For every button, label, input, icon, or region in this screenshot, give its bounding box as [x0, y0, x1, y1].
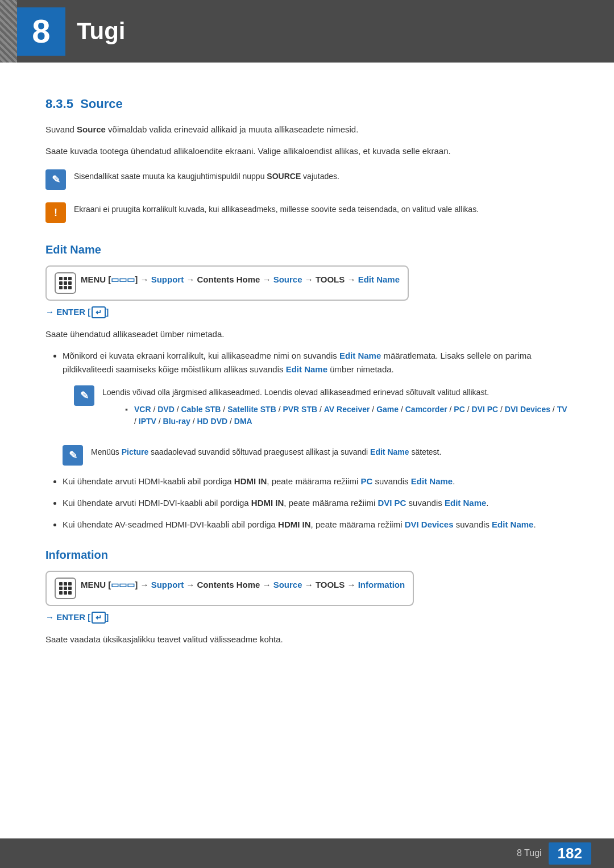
- note-icon-blue-1: ✎: [45, 169, 66, 190]
- menu-path-edit-name-text: MENU [▭▭▭] → Support → Contents Home → S…: [81, 272, 400, 287]
- subheading-information: Information: [45, 549, 569, 562]
- edit-name-bullet-list-2: Kui ühendate arvuti HDMI-kaabli abil por…: [63, 475, 569, 531]
- note-icon-blue-3: ✎: [63, 445, 83, 466]
- nested-note-1: ✎ Loendis võivad olla järgmised allikase…: [74, 382, 569, 434]
- chapter-number: 8: [32, 15, 50, 48]
- device-list-item: VCR / DVD / Cable STB / Satellite STB / …: [125, 404, 569, 428]
- menu-path-info-text: MENU [▭▭▭] → Support → Contents Home → S…: [81, 578, 405, 592]
- menu-grid-icon-2: [59, 582, 72, 595]
- subheading-edit-name: Edit Name: [45, 243, 569, 256]
- enter-key-2: ↵: [92, 612, 106, 624]
- footer-chapter-label: 8 Tugi: [517, 848, 542, 858]
- bullet-item-hdmi-dvi-pc: Kui ühendate arvuti HDMI-DVI-kaabli abil…: [63, 496, 569, 510]
- footer: 8 Tugi 182: [0, 838, 614, 868]
- menu-path-info-box: MENU [▭▭▭] → Support → Contents Home → S…: [45, 571, 414, 606]
- edit-name-desc: Saate ühendatud allikaseadet ümber nimet…: [45, 327, 569, 341]
- nested-note-box-1: ✎ Loendis võivad olla järgmised allikase…: [74, 382, 569, 434]
- note-icon-blue-2: ✎: [74, 385, 94, 406]
- menu-path-info-wrapper: MENU [▭▭▭] → Support → Contents Home → S…: [45, 571, 569, 609]
- source-bold-1: Source: [77, 124, 106, 134]
- menu-icon-info: [55, 578, 76, 599]
- menu-grid-icon: [59, 277, 72, 289]
- note-icon-orange-1: !: [45, 202, 66, 223]
- intro-para-2: Saate kuvada tootega ühendatud allikaloe…: [45, 144, 569, 158]
- nested-note-text-1: Loendis võivad olla järgmised allikasead…: [102, 385, 569, 430]
- bullet-item-hdmi-pc: Kui ühendate arvuti HDMI-kaabli abil por…: [63, 475, 569, 488]
- picture-note-text: Menüüs Picture saadaolevad suvandid sõlt…: [91, 445, 441, 459]
- section-heading: 8.3.5 Source: [45, 97, 569, 111]
- chapter-title: Tugi: [77, 18, 126, 45]
- header-stripe: 8 Tugi: [0, 0, 614, 63]
- note-text-2: Ekraani ei pruugita korralikult kuvada, …: [74, 202, 479, 216]
- note-box-2: ! Ekraani ei pruugita korralikult kuvada…: [45, 199, 569, 226]
- enter-line-info: → ENTER [↵]: [45, 612, 569, 624]
- note-box-1: ✎ Sisendallikat saate muuta ka kaugjuhti…: [45, 166, 569, 193]
- menu-path-edit-name-box: MENU [▭▭▭] → Support → Contents Home → S…: [45, 265, 409, 301]
- enter-line-edit-name: → ENTER [↵]: [45, 306, 569, 318]
- picture-note-box: ✎ Menüüs Picture saadaolevad suvandid sõ…: [63, 442, 569, 469]
- menu-path-edit-name-wrapper: MENU [▭▭▭] → Support → Contents Home → S…: [45, 265, 569, 304]
- edit-name-bullet-list: Mõnikord ei kuvata ekraani korralikult, …: [63, 349, 569, 434]
- device-list: VCR / DVD / Cable STB / Satellite STB / …: [125, 404, 569, 428]
- intro-para-1: Suvand Source võimaldab valida erinevaid…: [45, 123, 569, 136]
- information-desc: Saate vaadata üksikasjalikku teavet vali…: [45, 633, 569, 646]
- content-area: 8.3.5 Source Suvand Source võimaldab val…: [0, 63, 614, 700]
- footer-page-number: 182: [549, 842, 591, 865]
- bullet-item-hdmi-dvi-devices: Kui ühendate AV-seadmed HDMI-DVI-kaabli …: [63, 518, 569, 531]
- page: 8 Tugi 8.3.5 Source Suvand Source võimal…: [0, 0, 614, 868]
- chapter-number-box: 8: [17, 7, 65, 56]
- note-text-1: Sisendallikat saate muuta ka kaugjuhtimi…: [74, 169, 339, 183]
- bullet-item-1: Mõnikord ei kuvata ekraani korralikult, …: [63, 349, 569, 434]
- menu-icon-edit-name: [55, 272, 76, 294]
- enter-key-1: ↵: [92, 306, 106, 318]
